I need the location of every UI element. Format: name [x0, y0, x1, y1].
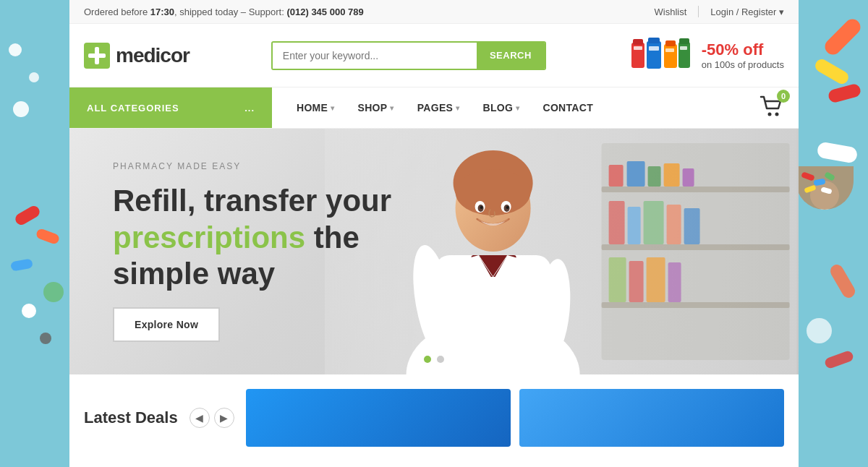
svg-rect-10 — [665, 40, 676, 46]
svg-rect-20 — [601, 244, 789, 250]
svg-rect-13 — [679, 38, 689, 44]
svg-rect-12 — [678, 42, 690, 68]
logo-text: medicor — [116, 44, 190, 67]
svg-rect-28 — [627, 207, 640, 244]
svg-rect-22 — [608, 165, 623, 187]
promo-bottles — [628, 35, 693, 75]
logo-icon — [84, 43, 110, 69]
section-title-latest-deals: Latest Deals — [84, 408, 178, 427]
nav-item-pages[interactable]: PAGES ▾ — [407, 89, 470, 127]
promo-sub: on 100s of products — [702, 59, 784, 70]
divider — [698, 6, 699, 17]
info-text: Ordered before — [84, 7, 150, 17]
deals-prev-button[interactable]: ◀ — [190, 408, 210, 428]
info-mid: , shipped today – Support: — [174, 7, 286, 17]
svg-rect-23 — [626, 161, 644, 187]
hero-title-line3: simple way — [113, 257, 275, 291]
hero-content: PHARMACY MADE EASY Refill, transfer your… — [69, 132, 435, 370]
latest-deals-section: Latest Deals ◀ ▶ — [69, 374, 799, 447]
svg-point-44 — [455, 169, 530, 215]
chevron-down-icon: ▾ — [779, 7, 784, 17]
svg-rect-11 — [665, 48, 674, 52]
svg-rect-25 — [663, 163, 679, 187]
deal-card-2[interactable] — [519, 389, 784, 447]
svg-rect-7 — [648, 38, 660, 43]
svg-rect-9 — [664, 44, 677, 68]
svg-rect-33 — [629, 261, 643, 302]
cart-button[interactable]: 0 — [745, 87, 799, 128]
chevron-down-icon: ▾ — [390, 104, 393, 112]
svg-rect-24 — [647, 166, 660, 187]
main-navbar: ALL CATEGORIES ... HOME ▾ SHOP ▾ PAGES ▾… — [69, 87, 799, 129]
promo-discount: -50% off — [702, 40, 784, 59]
svg-rect-32 — [608, 257, 626, 302]
hero-title-line2: the — [305, 220, 359, 254]
svg-point-50 — [506, 206, 509, 209]
top-bar: Ordered before 17:30, shipped today – Su… — [69, 0, 799, 24]
svg-rect-27 — [608, 201, 624, 244]
hero-title-line1: Refill, transfer your — [113, 184, 391, 218]
svg-point-15 — [768, 113, 772, 116]
deals-next-button[interactable]: ▶ — [214, 408, 234, 428]
support-phone: (012) 345 000 789 — [286, 7, 363, 17]
chevron-down-icon: ▾ — [456, 104, 459, 112]
svg-rect-29 — [643, 201, 663, 244]
login-label: Login / Register — [710, 7, 776, 17]
svg-rect-30 — [666, 205, 681, 244]
hero-subtitle: PHARMACY MADE EASY — [113, 161, 391, 171]
order-time: 17:30 — [150, 7, 174, 17]
svg-rect-5 — [634, 46, 642, 50]
nav-item-shop[interactable]: SHOP ▾ — [348, 89, 404, 127]
nav-item-contact[interactable]: CONTACT — [532, 89, 603, 127]
svg-rect-31 — [684, 208, 699, 244]
cart-icon-wrap: 0 — [760, 95, 784, 120]
wishlist-link[interactable]: Wishlist — [655, 7, 687, 17]
product-bottles-icon — [628, 35, 693, 75]
login-link[interactable]: Login / Register ▾ — [710, 7, 784, 17]
deals-navigation: ◀ ▶ — [190, 408, 234, 428]
top-bar-actions: Wishlist Login / Register ▾ — [655, 6, 784, 17]
promo-banner: -50% off on 100s of products — [628, 35, 784, 75]
chevron-down-icon: ▾ — [331, 104, 334, 112]
svg-rect-14 — [680, 46, 687, 50]
nav-label-shop: SHOP — [358, 102, 388, 113]
nav-label-home: HOME — [297, 102, 328, 113]
main-content: Ordered before 17:30, shipped today – Su… — [69, 0, 799, 467]
nav-label-pages: PAGES — [417, 102, 453, 113]
svg-rect-8 — [649, 46, 659, 51]
svg-rect-4 — [633, 39, 643, 45]
promo-text: -50% off on 100s of products — [702, 40, 784, 70]
top-bar-info: Ordered before 17:30, shipped today – Su… — [84, 7, 364, 17]
hero-banner: PHARMACY MADE EASY Refill, transfer your… — [69, 129, 799, 374]
search-button[interactable]: SEARCH — [477, 43, 545, 69]
search-bar: SEARCH — [271, 41, 546, 70]
nav-item-blog[interactable]: BLOG ▾ — [473, 89, 530, 127]
svg-rect-35 — [668, 262, 681, 302]
site-header: medicor SEARCH — [69, 24, 799, 87]
search-input[interactable] — [273, 43, 477, 69]
deal-card-1[interactable] — [246, 389, 511, 447]
all-categories-label: ALL CATEGORIES — [87, 103, 179, 113]
nav-menu: HOME ▾ SHOP ▾ PAGES ▾ BLOG ▾ CONTACT — [272, 87, 745, 128]
hero-title-highlight: prescriptions — [113, 220, 305, 254]
svg-rect-34 — [646, 257, 665, 302]
logo-link[interactable]: medicor — [84, 43, 190, 69]
svg-rect-6 — [647, 41, 661, 69]
all-categories-button[interactable]: ALL CATEGORIES ... — [69, 87, 272, 128]
hero-dot-2[interactable] — [437, 356, 444, 363]
svg-rect-19 — [601, 187, 789, 192]
nav-item-home[interactable]: HOME ▾ — [286, 89, 345, 127]
svg-point-49 — [480, 206, 482, 209]
nav-label-contact: CONTACT — [542, 102, 593, 113]
svg-rect-26 — [682, 168, 694, 187]
hero-title: Refill, transfer your prescriptions the … — [113, 183, 391, 292]
svg-rect-2 — [88, 53, 106, 58]
explore-now-button[interactable]: Explore Now — [113, 307, 220, 342]
svg-point-16 — [775, 113, 779, 116]
nav-label-blog: BLOG — [483, 102, 514, 113]
chevron-down-icon: ▾ — [516, 104, 519, 112]
all-categories-dots: ... — [244, 103, 255, 113]
cart-badge: 0 — [777, 90, 790, 103]
deal-cards — [246, 389, 784, 447]
svg-rect-21 — [601, 302, 789, 308]
